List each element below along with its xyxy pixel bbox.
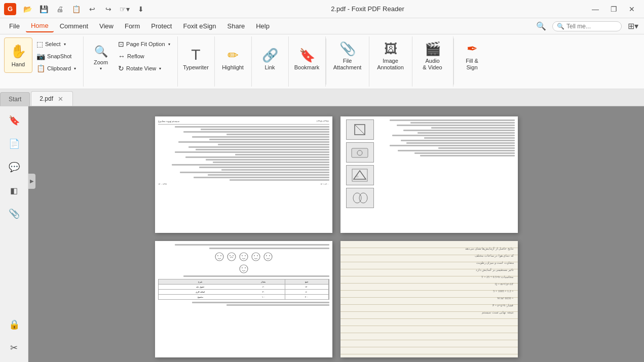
svg-point-11 xyxy=(269,255,270,256)
quick-access-toolbar: 📂 💾 🖨 📋 ↩ ↪ ☞▾ ⬇ xyxy=(20,2,148,16)
window-title: 2.pdf - Foxit PDF Reader xyxy=(152,5,583,13)
fill-sign-button[interactable]: ✒ Fill &Sign xyxy=(458,37,486,73)
undo-button[interactable]: ↩ xyxy=(85,2,99,16)
menu-file[interactable]: File xyxy=(4,20,25,32)
content-area[interactable]: ۱۳۹۸-۱۳۹۷ سیستم تهویه مطبوع xyxy=(28,106,644,362)
svg-point-17 xyxy=(245,255,246,256)
ribbon: ✋ Hand ⬚ Select ▾ 📷 SnapShot 📋 Clipboard… xyxy=(0,34,644,89)
typewriter-button[interactable]: T Typewriter xyxy=(182,37,210,73)
close-button[interactable]: ✕ xyxy=(624,3,640,15)
pdf-page-4[interactable]: نتایج حاصل از آزمایش‌ها نشان می‌دهد که د… xyxy=(340,241,518,357)
main-area: 🔖 📄 💬 ◧ 📎 🔒 ✂ ▶ ۱۳۹۸-۱۳۹۷ سیستم تهویه مط… xyxy=(0,106,644,362)
menu-form[interactable]: Form xyxy=(120,20,145,32)
menu-protect[interactable]: Protect xyxy=(146,20,177,32)
typewriter-label: Typewriter xyxy=(183,64,209,71)
security-panel-button[interactable]: 🔒 xyxy=(4,314,24,335)
view-options-button[interactable]: ⊞▾ xyxy=(626,19,640,33)
print-button[interactable]: 🖨 xyxy=(53,2,67,16)
hand-quick-button[interactable]: ☞▾ xyxy=(118,2,132,16)
bookmark-panel-button[interactable]: 🔖 xyxy=(4,110,24,131)
search-input[interactable] xyxy=(566,23,617,30)
hand-icon: ✋ xyxy=(10,44,26,59)
hand-button[interactable]: ✋ Hand xyxy=(4,37,32,73)
pages-panel-button[interactable]: 📄 xyxy=(4,134,24,154)
menu-share[interactable]: Share xyxy=(222,20,250,32)
typewriter-icon: T xyxy=(191,46,200,63)
redo-button[interactable]: ↪ xyxy=(101,2,116,16)
menu-home[interactable]: Home xyxy=(26,20,54,32)
svg-point-22 xyxy=(217,255,218,256)
new-button[interactable]: 📋 xyxy=(69,2,83,16)
svg-point-19 xyxy=(230,255,231,256)
svg-point-15 xyxy=(240,253,248,261)
highlight-group-content: ✏ Highlight xyxy=(219,37,247,86)
layers-panel-button[interactable]: ◧ xyxy=(4,180,24,200)
svg-point-16 xyxy=(242,255,243,256)
menu-help[interactable]: Help xyxy=(251,20,275,32)
audio-video-button[interactable]: 🎬 Audio& Video xyxy=(416,37,449,73)
audio-video-group: 🎬 Audio& Video xyxy=(412,36,453,87)
menu-comment[interactable]: Comment xyxy=(55,20,93,32)
highlight-button[interactable]: ✏ Highlight xyxy=(219,37,247,73)
clipboard-icon: 📋 xyxy=(36,64,45,72)
search-icon[interactable]: 🔍 xyxy=(534,19,548,33)
typewriter-group-content: T Typewriter xyxy=(182,37,210,86)
tell-me-search[interactable]: 🔍 xyxy=(552,21,622,31)
svg-point-20 xyxy=(233,255,234,256)
restore-button[interactable]: ❐ xyxy=(605,3,622,15)
fill-sign-label: Fill &Sign xyxy=(466,58,478,71)
image-annotation-label: ImageAnnotation xyxy=(377,58,404,71)
zoom-group: 🔍 Zoom ▾ ⊡ Page Fit Option ▾ ↔ Reflow ↻ … xyxy=(84,36,177,87)
svg-point-14 xyxy=(257,255,258,256)
fill-sign-icon: ✒ xyxy=(467,41,478,57)
snapshot-button[interactable]: 📷 SnapShot xyxy=(33,51,79,62)
minimize-button[interactable]: — xyxy=(587,3,603,15)
left-sidebar: 🔖 📄 💬 ◧ 📎 🔒 ✂ xyxy=(0,106,28,362)
hand-label: Hand xyxy=(12,61,25,67)
image-annotation-button[interactable]: 🖼 ImageAnnotation xyxy=(373,37,408,73)
attachments-panel-button[interactable]: 📎 xyxy=(4,204,24,224)
hand-group: ✋ Hand ⬚ Select ▾ 📷 SnapShot 📋 Clipboard… xyxy=(0,36,84,87)
open-button[interactable]: 📂 xyxy=(20,2,34,16)
menu-esign[interactable]: Foxit eSign xyxy=(178,20,221,32)
highlight-group: ✏ Highlight xyxy=(215,36,252,87)
zoom-icon: 🔍 xyxy=(94,45,108,58)
save-button[interactable]: 💾 xyxy=(36,2,51,16)
menu-bar: File Home Comment View Form Protect Foxi… xyxy=(0,18,644,34)
image-annotation-group-content: 🖼 ImageAnnotation xyxy=(373,37,408,86)
link-group: 🔗 Link xyxy=(252,36,289,87)
file-attachment-button[interactable]: 📎 FileAttachment xyxy=(330,37,365,73)
select-button[interactable]: ⬚ Select ▾ xyxy=(33,38,79,50)
clipboard-button[interactable]: 📋 Clipboard ▾ xyxy=(33,63,79,74)
comment-panel-button[interactable]: 💬 xyxy=(4,157,24,177)
rotate-view-button[interactable]: ↻ Rotate View ▾ xyxy=(115,63,173,74)
svg-point-8 xyxy=(359,193,367,203)
tools-small-button[interactable]: ✂ xyxy=(4,338,24,358)
hand-small-controls: ⬚ Select ▾ 📷 SnapShot 📋 Clipboard ▾ xyxy=(33,37,79,74)
audio-video-icon: 🎬 xyxy=(425,41,441,57)
page-fit-dropdown-icon: ▾ xyxy=(168,42,170,47)
sidebar-collapse-arrow[interactable]: ▶ xyxy=(28,174,35,189)
pdf-page-3[interactable]: جمع مقدار شرح ۱۲۰ ۶۰ حقوق پایه ۸۰ ۴۰ xyxy=(155,241,332,357)
bookmark-button[interactable]: 🔖 Bookmark xyxy=(293,37,321,73)
pdf-page-2[interactable]: △ xyxy=(340,116,518,233)
audio-video-group-content: 🎬 Audio& Video xyxy=(416,37,449,86)
download-button[interactable]: ⬇ xyxy=(134,2,148,16)
svg-point-7 xyxy=(353,193,361,203)
pdf-page-1[interactable]: ۱۳۹۸-۱۳۹۷ سیستم تهویه مطبوع xyxy=(155,116,332,233)
zoom-group-content: 🔍 Zoom ▾ ⊡ Page Fit Option ▾ ↔ Reflow ↻ … xyxy=(88,37,173,86)
tab-start[interactable]: Start xyxy=(0,92,30,106)
reflow-button[interactable]: ↔ Reflow xyxy=(115,51,173,62)
tab-2pdf[interactable]: 2.pdf ✕ xyxy=(31,91,73,106)
rotate-dropdown-icon: ▾ xyxy=(159,66,161,71)
tab-close-button[interactable]: ✕ xyxy=(56,95,64,103)
page-fit-button[interactable]: ⊡ Page Fit Option ▾ xyxy=(115,38,173,50)
fill-sign-group: ✒ Fill &Sign xyxy=(454,36,490,87)
link-button[interactable]: 🔗 Link xyxy=(256,37,284,73)
highlight-icon: ✏ xyxy=(228,48,239,63)
select-dropdown-icon: ▾ xyxy=(64,42,66,47)
file-attachment-label: FileAttachment xyxy=(333,58,362,71)
zoom-button[interactable]: 🔍 Zoom ▾ xyxy=(88,37,114,73)
menu-view[interactable]: View xyxy=(94,20,119,32)
page-fit-label: Page Fit Option xyxy=(126,41,165,47)
